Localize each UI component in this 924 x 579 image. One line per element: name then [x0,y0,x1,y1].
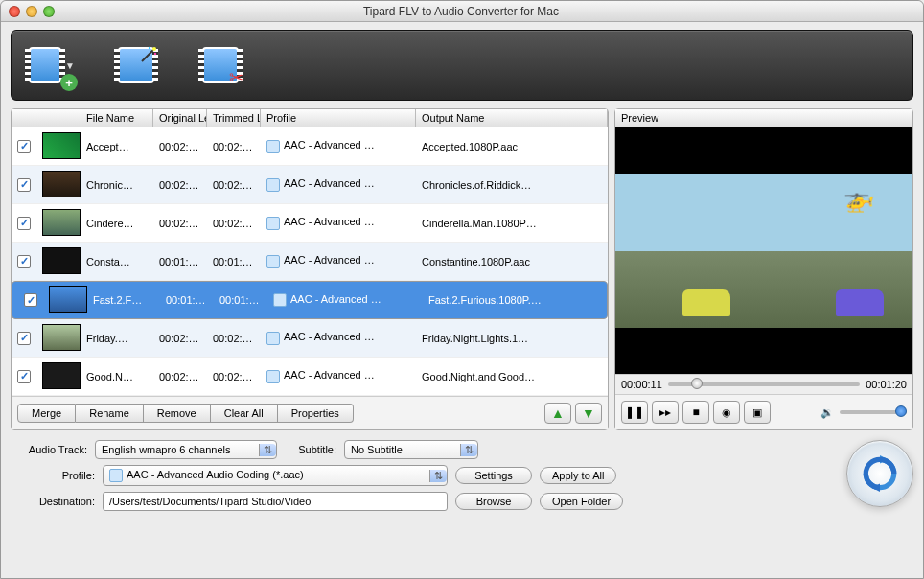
list-header: File Name Original Le Trimmed L Profile … [12,109,608,127]
folder-icon: ▣ [752,406,762,419]
profile-label: Profile: [11,470,95,481]
preview-header: Preview [615,109,912,127]
cell-filename: Consta… [81,256,153,267]
cell-trimmed: 00:02:… [207,218,261,229]
convert-icon [860,453,900,494]
table-row[interactable]: ✓Fast.2.F…00:01:…00:01:…AAC - Advanced …… [12,281,608,319]
thumbnail [49,286,87,313]
audio-track-select[interactable]: English wmapro 6 channels⇅ [95,440,277,459]
settings-button[interactable]: Settings [455,467,532,484]
remove-button[interactable]: Remove [144,404,211,423]
thumbnail [42,247,81,274]
col-trimmed[interactable]: Trimmed L [207,109,261,127]
convert-button[interactable] [846,440,913,507]
file-list: File Name Original Le Trimmed L Profile … [11,108,609,430]
row-checkbox[interactable]: ✓ [17,255,31,268]
cell-trimmed: 00:02:… [207,333,261,344]
table-row[interactable]: ✓Good.N…00:02:…00:02:…AAC - Advanced …Go… [12,358,608,396]
camera-icon: ◉ [722,406,731,419]
cell-profile: AAC - Advanced … [261,139,416,152]
cell-filename: Accept… [81,141,153,152]
cell-trimmed: 00:02:… [207,371,261,382]
profile-select[interactable]: AAC - Advanced Audio Coding (*.aac)⇅ [103,465,448,486]
svg-line-0 [142,50,153,61]
thumbnail [42,362,81,389]
cell-original: 00:01:… [160,294,214,306]
next-frame-button[interactable]: ▸▸ [652,401,679,424]
cell-trimmed: 00:02:… [207,179,261,191]
preview-pane: Preview 🚁 00:00:11 00:01:20 ❚❚ ▸▸ ■ ◉ ▣ … [614,108,913,430]
row-checkbox[interactable]: ✓ [17,332,31,345]
col-output[interactable]: Output Name [416,109,608,127]
total-time: 00:01:20 [866,379,907,390]
output-form: Audio Track: English wmapro 6 channels⇅ … [11,440,837,511]
current-time: 00:00:11 [621,379,662,390]
list-toolbar: Merge Rename Remove Clear All Properties… [12,396,608,429]
volume-slider[interactable] [840,410,907,414]
subtitle-select[interactable]: No Subtitle⇅ [344,440,478,459]
move-down-button[interactable]: ▼ [575,403,602,424]
subtitle-label: Subtitle: [285,444,336,455]
audio-track-label: Audio Track: [11,444,87,455]
cell-output: Accepted.1080P.aac [416,141,608,152]
cell-profile: AAC - Advanced … [261,177,416,191]
playback-controls: ❚❚ ▸▸ ■ ◉ ▣ 🔉 [615,394,912,429]
table-row[interactable]: ✓Chronic…00:02:…00:02:…AAC - Advanced …C… [12,166,608,204]
row-checkbox[interactable]: ✓ [24,293,37,307]
col-filename[interactable]: File Name [81,109,153,127]
move-up-button[interactable]: ▲ [544,403,571,424]
cell-filename: Chronic… [81,179,153,191]
cell-original: 00:02:… [153,179,207,191]
volume-icon: 🔉 [820,406,834,419]
cell-original: 00:02:… [153,218,207,229]
cell-output: Constantine.1080P.aac [416,256,608,267]
properties-button[interactable]: Properties [278,404,354,423]
clear-all-button[interactable]: Clear All [211,404,278,423]
cell-profile: AAC - Advanced … [267,293,423,307]
cell-output: Chronicles.of.Riddick… [416,179,608,191]
destination-input[interactable]: /Users/test/Documents/Tipard Studio/Vide… [103,492,448,511]
stop-button[interactable]: ■ [682,401,709,424]
helicopter-icon: 🚁 [843,184,874,214]
col-profile[interactable]: Profile [261,109,416,127]
cell-profile: AAC - Advanced … [261,254,416,267]
open-folder-button[interactable]: Open Folder [540,493,623,510]
table-row[interactable]: ✓Accept…00:02:…00:02:…AAC - Advanced …Ac… [12,127,608,166]
scissors-icon: ✂ [229,67,243,88]
cell-original: 00:02:… [153,333,207,344]
app-window: Tipard FLV to Audio Converter for Mac +▼… [0,0,924,579]
cell-filename: Cindere… [81,218,153,229]
preview-video[interactable]: 🚁 [615,127,912,374]
window-title: Tipard FLV to Audio Converter for Mac [7,5,915,18]
main-toolbar: +▼ ✂ [11,30,913,101]
table-row[interactable]: ✓Consta…00:01:…00:01:…AAC - Advanced …Co… [12,243,608,281]
browse-button[interactable]: Browse [455,493,532,510]
seek-slider[interactable] [668,382,860,386]
cell-trimmed: 00:01:… [207,256,261,267]
cell-output: Fast.2.Furious.1080P.… [423,294,601,306]
pause-button[interactable]: ❚❚ [621,401,648,424]
col-original[interactable]: Original Le [153,109,207,127]
cell-trimmed: 00:02:… [207,141,261,152]
row-checkbox[interactable]: ✓ [17,178,31,192]
row-checkbox[interactable]: ✓ [17,370,31,383]
table-row[interactable]: ✓Friday.…00:02:…00:02:…AAC - Advanced …F… [12,319,608,358]
table-row[interactable]: ✓Cindere…00:02:…00:02:…AAC - Advanced …C… [12,204,608,243]
svg-point-3 [154,53,156,55]
cell-original: 00:01:… [153,256,207,267]
thumbnail [42,324,81,351]
cell-output: Cinderella.Man.1080P… [416,218,608,229]
svg-point-2 [149,47,150,49]
open-snapshot-folder-button[interactable]: ▣ [744,401,771,424]
cell-output: Good.Night.and.Good… [416,371,608,382]
snapshot-button[interactable]: ◉ [713,401,740,424]
merge-button[interactable]: Merge [17,404,76,423]
add-file-button[interactable]: +▼ [29,42,75,88]
time-bar: 00:00:11 00:01:20 [615,374,912,394]
row-checkbox[interactable]: ✓ [17,217,31,230]
effect-button[interactable] [113,42,159,88]
row-checkbox[interactable]: ✓ [17,140,31,153]
rename-button[interactable]: Rename [76,404,144,423]
apply-all-button[interactable]: Apply to All [540,467,616,484]
trim-button[interactable]: ✂ [197,42,243,88]
